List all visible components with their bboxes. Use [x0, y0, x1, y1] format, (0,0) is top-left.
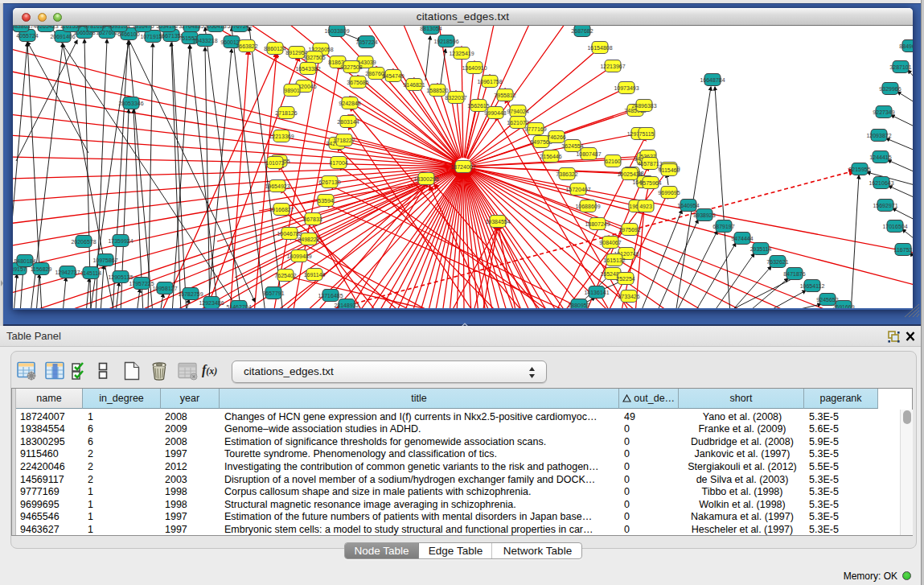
- svg-text:746266: 746266: [547, 134, 565, 140]
- svg-text:6267130: 6267130: [318, 179, 340, 185]
- svg-text:13716485: 13716485: [318, 293, 343, 299]
- svg-text:12213369: 12213369: [269, 134, 294, 139]
- svg-text:9227349: 9227349: [873, 109, 894, 115]
- svg-text:20691406: 20691406: [50, 34, 75, 39]
- svg-text:9593103: 9593103: [108, 26, 129, 29]
- svg-text:1718227: 1718227: [333, 138, 355, 143]
- svg-text:3624554: 3624554: [561, 143, 583, 149]
- svg-text:7955812: 7955812: [494, 93, 515, 98]
- svg-text:7663822: 7663822: [236, 43, 257, 49]
- svg-text:24896383: 24896383: [631, 103, 656, 109]
- svg-text:12905135: 12905135: [108, 274, 133, 280]
- svg-text:9327508: 9327508: [340, 64, 362, 70]
- svg-text:8471876: 8471876: [783, 271, 805, 277]
- svg-text:9990448: 9990448: [484, 110, 506, 116]
- svg-text:10975867: 10975867: [92, 257, 117, 263]
- svg-text:18300295: 18300295: [413, 176, 438, 182]
- svg-text:3056413: 3056413: [204, 26, 226, 29]
- svg-text:8938923: 8938923: [693, 212, 715, 218]
- svg-text:18724007: 18724007: [450, 164, 475, 170]
- svg-text:2691669: 2691669: [832, 304, 854, 309]
- svg-text:1975692: 1975692: [618, 227, 640, 233]
- svg-text:116753: 116753: [894, 247, 913, 253]
- svg-text:16648784: 16648784: [700, 77, 725, 83]
- svg-text:101073: 101073: [265, 160, 284, 166]
- svg-text:90838637: 90838637: [13, 26, 34, 29]
- svg-text:8454749: 8454749: [382, 73, 404, 79]
- svg-text:8860124: 8860124: [264, 46, 285, 51]
- svg-text:9498222: 9498222: [298, 237, 319, 242]
- svg-text:53594: 53594: [318, 198, 334, 204]
- svg-text:10958127: 10958127: [152, 286, 177, 291]
- svg-text:17359924: 17359924: [108, 238, 133, 244]
- svg-text:10973493: 10973493: [614, 85, 639, 91]
- svg-text:16543382: 16543382: [295, 66, 320, 72]
- svg-text:2880957: 2880957: [568, 303, 589, 308]
- svg-text:12213967: 12213967: [600, 64, 625, 69]
- svg-text:62160: 62160: [605, 159, 621, 164]
- svg-text:7357224: 7357224: [355, 39, 377, 45]
- svg-text:19384554: 19384554: [485, 219, 510, 225]
- svg-text:8215955: 8215955: [848, 167, 870, 172]
- svg-text:9794024: 9794024: [507, 109, 528, 114]
- svg-text:10025434: 10025434: [617, 171, 642, 177]
- svg-text:75115: 75115: [639, 131, 655, 137]
- svg-text:53767242: 53767242: [227, 26, 252, 29]
- svg-text:9084067: 9084067: [599, 240, 621, 245]
- svg-text:32764835: 32764835: [179, 26, 203, 29]
- svg-text:1156829: 1156829: [31, 266, 52, 272]
- svg-text:1640954: 1640954: [677, 203, 699, 208]
- svg-text:12942737: 12942737: [55, 270, 80, 275]
- svg-text:28148932: 28148932: [334, 303, 359, 308]
- svg-text:16210643: 16210643: [869, 180, 893, 186]
- svg-text:4923: 4923: [639, 204, 652, 209]
- svg-text:2687682: 2687682: [571, 28, 593, 34]
- svg-text:1145114: 1145114: [80, 270, 101, 276]
- svg-text:12923486: 12923486: [199, 300, 224, 306]
- svg-text:15720407: 15720407: [565, 187, 590, 192]
- svg-text:9699695: 9699695: [658, 190, 680, 196]
- svg-text:867833: 867833: [303, 216, 322, 222]
- svg-text:9329966: 9329966: [879, 86, 901, 92]
- svg-text:9327505: 9327505: [303, 55, 325, 60]
- svg-text:1733426: 1733426: [618, 294, 639, 299]
- svg-text:10688609: 10688609: [575, 204, 600, 209]
- svg-text:10433218: 10433218: [192, 38, 217, 43]
- svg-text:20206578: 20206578: [71, 239, 96, 245]
- svg-text:10961758: 10961758: [477, 79, 502, 84]
- svg-text:417004: 417004: [329, 160, 347, 166]
- svg-text:1562615: 1562615: [467, 103, 489, 109]
- svg-text:7386322: 7386322: [556, 171, 577, 177]
- svg-text:9657791: 9657791: [262, 290, 284, 296]
- svg-text:252254: 252254: [616, 276, 634, 282]
- svg-text:10807487: 10807487: [576, 151, 601, 157]
- svg-text:9146821: 9146821: [403, 82, 425, 88]
- svg-text:18807249: 18807249: [585, 221, 610, 227]
- svg-text:16154808: 16154808: [587, 45, 612, 51]
- svg-text:14099489: 14099489: [286, 253, 311, 259]
- svg-text:3675685: 3675685: [347, 80, 368, 85]
- svg-text:9115460: 9115460: [659, 167, 680, 173]
- svg-text:8813054: 8813054: [420, 26, 441, 31]
- svg-text:3287101: 3287101: [889, 64, 911, 70]
- svg-text:16782759: 16782759: [178, 291, 203, 297]
- svg-text:1621072: 1621072: [507, 120, 528, 126]
- svg-text:2718126: 2718126: [275, 110, 297, 116]
- svg-text:9777169: 9777169: [524, 126, 546, 132]
- svg-text:15692971: 15692971: [873, 203, 897, 208]
- svg-text:6879197: 6879197: [713, 224, 734, 229]
- svg-text:98901: 98901: [284, 88, 300, 93]
- svg-text:9245652: 9245652: [816, 297, 838, 303]
- svg-text:9474444: 9474444: [731, 236, 753, 241]
- svg-text:1316475: 1316475: [132, 26, 154, 29]
- svg-text:19654923: 19654923: [265, 183, 290, 189]
- svg-text:2156446: 2156446: [540, 154, 561, 159]
- svg-text:17957225: 17957225: [129, 281, 154, 286]
- svg-text:14136141: 14136141: [584, 290, 609, 295]
- svg-text:51462704: 51462704: [226, 304, 251, 309]
- svg-text:8849696: 8849696: [899, 43, 913, 49]
- svg-text:12093872: 12093872: [866, 133, 891, 138]
- svg-text:1691144: 1691144: [304, 272, 326, 278]
- svg-text:16033809: 16033809: [324, 28, 349, 34]
- svg-text:19166827: 19166827: [269, 207, 294, 212]
